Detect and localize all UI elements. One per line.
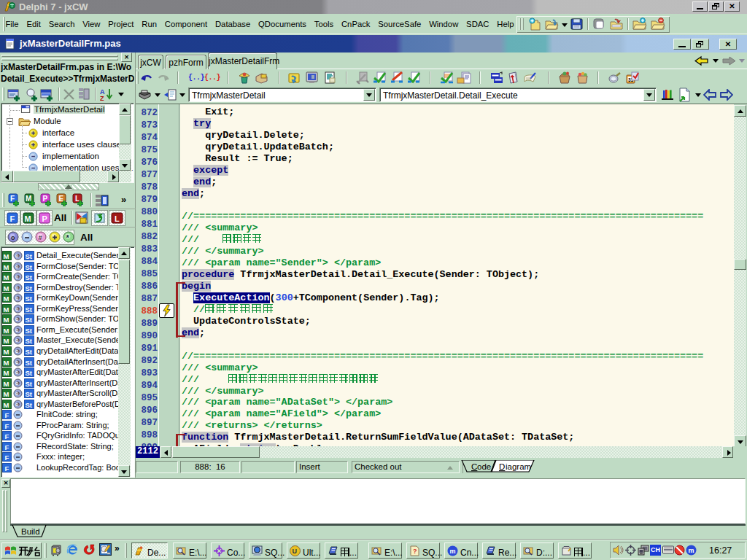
- svg-text:M: M: [4, 347, 9, 355]
- svg-text:L: L: [75, 195, 80, 203]
- svg-text:M: M: [26, 195, 31, 203]
- svg-text:F: F: [5, 421, 9, 429]
- svg-text:M: M: [4, 262, 9, 271]
- svg-text:o: o: [15, 285, 18, 290]
- svg-text:St: St: [26, 337, 33, 345]
- svg-text:o: o: [15, 359, 18, 365]
- svg-text:o: o: [15, 253, 18, 258]
- svg-text:M: M: [4, 273, 9, 281]
- svg-text:F: F: [5, 411, 9, 419]
- svg-text:St: St: [26, 390, 33, 398]
- svg-text:o: o: [15, 295, 18, 300]
- svg-text:o: o: [15, 349, 18, 354]
- svg-text:o: o: [15, 338, 18, 343]
- svg-text:m: m: [689, 547, 694, 554]
- svg-text:M: M: [4, 390, 9, 398]
- svg-text:F: F: [10, 214, 15, 223]
- svg-text:St: St: [26, 400, 33, 408]
- svg-text:M: M: [4, 252, 9, 260]
- svg-text:M: M: [25, 214, 31, 223]
- svg-text:St: St: [26, 273, 33, 281]
- svg-text:o: o: [15, 274, 18, 279]
- svg-text:M: M: [4, 369, 9, 377]
- svg-text:L: L: [115, 214, 120, 223]
- svg-text:*: *: [66, 233, 70, 242]
- svg-text:o: o: [11, 234, 15, 241]
- svg-text:F: F: [5, 443, 9, 451]
- svg-text:M: M: [4, 305, 9, 313]
- svg-text:m: m: [450, 548, 456, 555]
- svg-text:#: #: [39, 233, 43, 241]
- svg-text:M: M: [4, 358, 9, 366]
- svg-text:o: o: [15, 402, 18, 407]
- svg-text:M: M: [4, 295, 9, 303]
- svg-text:M: M: [4, 316, 9, 324]
- svg-text:F: F: [5, 464, 9, 472]
- svg-text:F: F: [5, 454, 9, 462]
- svg-text:St: St: [26, 316, 33, 324]
- svg-text:o: o: [15, 381, 18, 386]
- svg-text:St: St: [26, 252, 33, 260]
- svg-text:iagram: iagram: [506, 462, 531, 471]
- svg-text:F: F: [10, 195, 15, 203]
- svg-text:o: o: [15, 306, 18, 311]
- svg-text:o: o: [15, 316, 18, 322]
- svg-text:D: D: [499, 462, 505, 471]
- svg-text:U: U: [293, 548, 298, 555]
- svg-text:M: M: [4, 400, 9, 408]
- svg-text:St: St: [26, 284, 33, 292]
- svg-text:P: P: [42, 214, 47, 223]
- svg-text:M: M: [4, 337, 9, 345]
- svg-text:M: M: [4, 284, 9, 292]
- svg-text:Build: Build: [21, 527, 40, 536]
- svg-text:o: o: [15, 327, 18, 332]
- svg-text:St: St: [26, 305, 33, 313]
- svg-text:St: St: [26, 326, 33, 334]
- svg-text:o: o: [15, 391, 18, 396]
- svg-text:Z: Z: [100, 95, 104, 102]
- svg-text:St: St: [26, 369, 33, 377]
- svg-text:M: M: [4, 379, 9, 387]
- svg-text:F: F: [5, 432, 9, 440]
- svg-text:St: St: [26, 347, 33, 355]
- svg-text:?: ?: [413, 548, 417, 555]
- svg-text:St: St: [26, 262, 33, 271]
- svg-text:ode: ode: [477, 462, 491, 471]
- svg-text:o: o: [15, 370, 18, 375]
- svg-text:M: M: [4, 326, 9, 334]
- svg-text:St: St: [26, 295, 33, 303]
- svg-text:St: St: [26, 358, 33, 366]
- svg-text:o: o: [15, 264, 18, 269]
- svg-text:St: St: [26, 379, 33, 387]
